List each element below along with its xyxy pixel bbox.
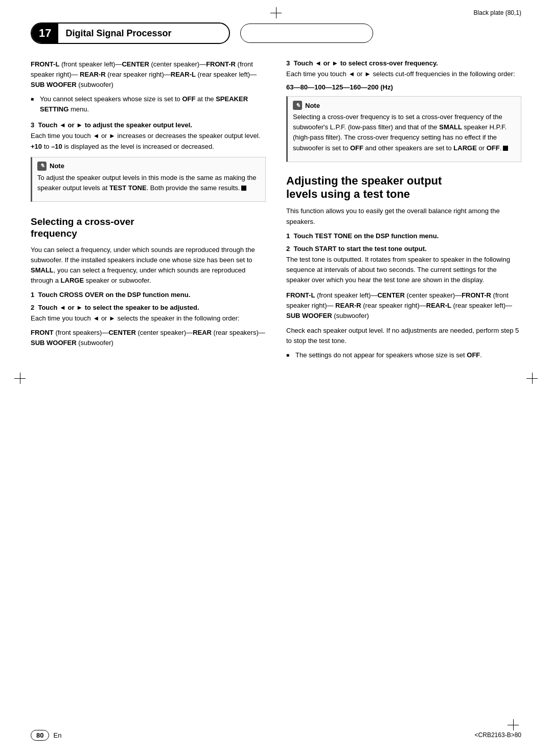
footer-left: 80 En — [31, 730, 61, 741]
crossover-step-1: 1 Touch CROSS OVER on the DSP function m… — [31, 291, 266, 299]
note-1-label: Note — [50, 162, 64, 170]
left-column: FRONT-L (front speaker left)—CENTER (cen… — [31, 59, 266, 362]
intro-bullet: ■ You cannot select speakers whose size … — [31, 94, 266, 114]
test-tone-bullet-symbol: ■ — [286, 351, 292, 360]
note-2-body: Selecting a cross-over frequency is to s… — [293, 112, 516, 153]
step-3b-heading: 3 Touch ◄ or ► to select cross-over freq… — [286, 59, 521, 67]
page: Black plate (80,1) 17 Digital Signal Pro… — [0, 0, 552, 756]
note-2: ✎ Note Selecting a cross-over frequency … — [286, 96, 521, 162]
footer-lang: En — [53, 731, 61, 739]
test-tone-title: Adjusting the speaker outputlevels using… — [286, 174, 521, 201]
test-tone-step-2-heading: 2 Touch START to start the test tone out… — [286, 245, 521, 253]
note-2-header: ✎ Note — [293, 101, 516, 110]
page-number: 80 — [36, 731, 43, 739]
section-title: Digital Signal Processor — [58, 25, 178, 42]
plate-label: Black plate (80,1) — [474, 9, 521, 16]
crossover-title: Selecting a cross-overfrequency — [31, 216, 266, 240]
test-tone-bullet: ■ The settings do not appear for speaker… — [286, 350, 521, 360]
crossover-step-2-heading: 2 Touch ◄ or ► to select the speaker to … — [31, 304, 266, 311]
section-header: 17 Digital Signal Processor — [31, 22, 230, 44]
note-1-header: ✎ Note — [37, 162, 260, 171]
crossover-step-2: 2 Touch ◄ or ► to select the speaker to … — [31, 304, 266, 348]
intro-para-1: FRONT-L (front speaker left)—CENTER (cen… — [31, 59, 266, 90]
bullet-symbol: ■ — [31, 95, 37, 114]
main-content: FRONT-L (front speaker left)—CENTER (cen… — [31, 59, 521, 362]
step-3a: 3 Touch ◄ or ► to adjust the speaker out… — [31, 121, 266, 151]
test-tone-check-text: Check each speaker output level. If no a… — [286, 326, 521, 346]
step-3b-body: Each time you touch ◄ or ► selects cut-o… — [286, 69, 521, 79]
note-1: ✎ Note To adjust the speaker output leve… — [31, 157, 266, 202]
crosshair-bottom-mark — [508, 719, 519, 730]
end-mark-1 — [241, 186, 246, 191]
test-tone-step-2: 2 Touch START to start the test tone out… — [286, 245, 521, 285]
note-2-label: Note — [305, 102, 320, 109]
freq-line: 63—80—100—125—160—200 (Hz) — [286, 83, 521, 91]
step-3a-heading: 3 Touch ◄ or ► to adjust the speaker out… — [31, 121, 266, 129]
section-header-box-right — [240, 24, 373, 43]
note-icon-1: ✎ — [37, 162, 47, 171]
crossover-speaker-order: FRONT (front speakers)—CENTER (center sp… — [31, 328, 266, 348]
test-tone-intro: This function allows you to easily get t… — [286, 206, 521, 226]
crosshair-right — [526, 373, 538, 384]
crosshair-left — [14, 373, 26, 384]
end-mark-2 — [503, 146, 508, 151]
section-number: 17 — [32, 24, 58, 43]
note-1-body: To adjust the speaker output levels in t… — [37, 173, 260, 193]
test-tone-step-2-body: The test tone is outputted. It rotates f… — [286, 255, 521, 285]
intro-bullet-text: You cannot select speakers whose size is… — [40, 94, 266, 114]
test-tone-speaker-order: FRONT-L (front speaker left)—CENTER (cen… — [286, 290, 521, 321]
test-tone-bullet-text: The settings do not appear for speakers … — [295, 350, 482, 360]
crosshair-bottom — [508, 719, 519, 730]
step-3b: 3 Touch ◄ or ► to select cross-over freq… — [286, 59, 521, 91]
test-tone-step-1: 1 Touch TEST TONE on the DSP function me… — [286, 232, 521, 240]
crossover-step-2-body: Each time you touch ◄ or ► selects the s… — [31, 313, 266, 324]
footer-code: <CRB2163-B>80 — [475, 731, 521, 739]
page-number-badge: 80 — [31, 730, 49, 741]
test-tone-step-1-heading: 1 Touch TEST TONE on the DSP function me… — [286, 232, 521, 240]
footer: 80 En <CRB2163-B>80 — [31, 729, 521, 741]
crossover-intro: You can select a frequency, under which … — [31, 245, 266, 286]
right-column: 3 Touch ◄ or ► to select cross-over freq… — [286, 59, 521, 362]
crossover-step-1-heading: 1 Touch CROSS OVER on the DSP function m… — [31, 291, 266, 299]
crosshair-top — [270, 7, 282, 18]
step-3a-body: Each time you touch ◄ or ► increases or … — [31, 131, 266, 151]
note-icon-2: ✎ — [293, 101, 302, 110]
